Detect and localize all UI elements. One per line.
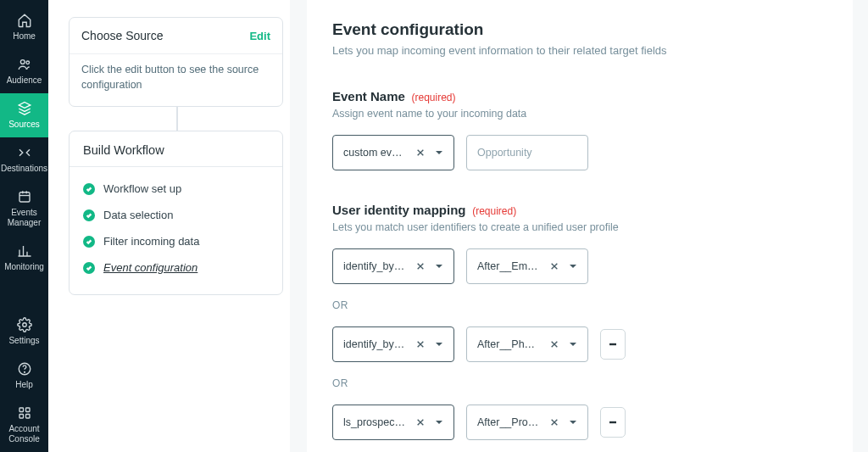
divider <box>70 166 282 167</box>
required-tag: (required) <box>472 205 516 217</box>
user-identity-subtitle: Lets you match user identifiers to creat… <box>332 221 827 233</box>
sidebar-item-sources[interactable]: Sources <box>0 93 48 137</box>
build-workflow-card: Build Workflow Workflow set up Data sele… <box>69 131 283 295</box>
help-icon <box>16 360 33 377</box>
sidebar-item-settings[interactable]: Settings <box>0 310 48 354</box>
chevron-down-icon[interactable] <box>433 147 445 159</box>
svg-point-0 <box>20 60 25 64</box>
sidebar-item-help[interactable]: Help <box>0 354 48 398</box>
sidebar-item-audience[interactable]: Audience <box>0 49 48 93</box>
svg-rect-2 <box>19 193 30 202</box>
sidebar-item-label: Audience <box>7 75 42 86</box>
clear-icon[interactable] <box>548 260 560 272</box>
sidebar-item-label: Events Manager <box>2 208 47 228</box>
svg-point-1 <box>25 61 29 64</box>
sidebar-item-destinations[interactable]: Destinations <box>0 137 48 181</box>
choose-source-card: Choose Source Edit Click the edit button… <box>69 17 283 107</box>
event-name-subtitle: Assign event name to your incoming data <box>332 108 827 120</box>
required-tag: (required) <box>412 92 456 103</box>
clear-icon[interactable] <box>548 416 560 428</box>
sidebar-item-label: Sources <box>8 120 40 130</box>
workflow-step-setup[interactable]: Workflow set up <box>78 176 274 202</box>
select-value: After__Phone <box>477 338 540 350</box>
workflow-title: Build Workflow <box>70 131 282 166</box>
destinations-icon <box>16 144 33 161</box>
svg-point-3 <box>22 323 26 327</box>
remove-row-button[interactable] <box>600 329 626 360</box>
chevron-down-icon[interactable] <box>567 416 579 428</box>
choose-source-title: Choose Source <box>81 29 164 42</box>
check-icon <box>83 262 95 274</box>
select-value: identify_by_phone <box>343 338 406 350</box>
sources-icon <box>16 100 33 117</box>
home-icon <box>16 12 33 29</box>
workflow-step-label: Data selection <box>103 209 173 221</box>
sidebar-item-monitoring[interactable]: Monitoring <box>0 236 48 280</box>
main-scroll[interactable]: Event configuration Lets you map incomin… <box>290 0 868 452</box>
select-value: identify_by_email <box>343 260 406 272</box>
sidebar-item-label: Account Console <box>2 424 47 444</box>
sidebar-item-label: Settings <box>8 336 39 346</box>
clear-icon[interactable] <box>415 260 426 272</box>
clear-icon[interactable] <box>548 338 560 350</box>
event-config-panel: Event configuration Lets you map incomin… <box>307 0 853 452</box>
sidebar-item-events-manager[interactable]: Events Manager <box>0 181 48 236</box>
identity-right-select[interactable]: After__Phone <box>466 326 588 362</box>
svg-rect-9 <box>25 415 30 419</box>
chevron-down-icon[interactable] <box>433 416 445 428</box>
identity-right-select[interactable]: After__ProspectID <box>466 405 588 440</box>
workflow-step-label: Workflow set up <box>103 182 181 195</box>
event-name-section: Event Name (required) Assign event name … <box>332 89 827 170</box>
events-manager-icon <box>16 188 33 205</box>
clear-icon[interactable] <box>415 147 426 159</box>
or-separator: OR <box>332 299 827 311</box>
workflow-step-event-config[interactable]: Event configuration <box>78 254 274 281</box>
svg-rect-8 <box>19 415 24 419</box>
check-icon <box>83 183 95 195</box>
identity-left-select[interactable]: identify_by_email <box>332 248 454 284</box>
svg-point-5 <box>24 371 25 372</box>
page-title: Event configuration <box>332 20 827 39</box>
chevron-down-icon[interactable] <box>433 260 445 272</box>
identity-right-select[interactable]: After__EmailAddress <box>466 248 588 284</box>
event-name-select[interactable]: custom event <box>332 135 454 170</box>
check-icon <box>83 209 95 221</box>
chevron-down-icon[interactable] <box>567 338 579 350</box>
page-subtitle: Lets you map incoming event information … <box>332 44 827 57</box>
clear-icon[interactable] <box>415 338 426 350</box>
svg-rect-6 <box>19 408 24 412</box>
sidebar-item-label: Monitoring <box>4 262 44 272</box>
user-identity-title: User identity mapping <box>332 203 466 217</box>
event-name-input[interactable]: Opportunity <box>466 135 588 170</box>
select-value: ls_prospect_id <box>343 416 406 428</box>
check-icon <box>83 236 95 248</box>
choose-source-body: Click the edit button to see the source … <box>70 53 282 106</box>
sidebar-item-home[interactable]: Home <box>0 5 48 49</box>
app-sidebar: Home Audience Sources Destinations Event… <box>0 0 48 452</box>
remove-row-button[interactable] <box>600 407 626 438</box>
event-name-title: Event Name <box>332 89 405 103</box>
select-value: After__EmailAddress <box>477 260 540 272</box>
chevron-down-icon[interactable] <box>433 338 445 350</box>
sidebar-item-label: Home <box>13 31 36 42</box>
monitoring-icon <box>16 243 33 259</box>
chevron-down-icon[interactable] <box>567 260 579 272</box>
workflow-step-label: Event configuration <box>103 261 198 274</box>
workflow-step-filter[interactable]: Filter incoming data <box>78 228 274 254</box>
workflow-column: Choose Source Edit Click the edit button… <box>48 0 290 452</box>
clear-icon[interactable] <box>415 416 426 428</box>
identity-left-select[interactable]: ls_prospect_id <box>332 405 454 440</box>
select-value: custom event <box>343 147 406 159</box>
gear-icon <box>16 316 33 333</box>
sidebar-item-account-console[interactable]: Account Console <box>0 398 48 452</box>
connector-line <box>176 107 178 131</box>
workflow-step-label: Filter incoming data <box>103 235 199 248</box>
account-console-icon <box>16 405 33 421</box>
input-placeholder: Opportunity <box>477 147 579 159</box>
audience-icon <box>16 56 33 73</box>
identity-left-select[interactable]: identify_by_phone <box>332 326 454 362</box>
svg-rect-7 <box>25 408 30 412</box>
edit-source-link[interactable]: Edit <box>249 30 270 42</box>
workflow-step-data-selection[interactable]: Data selection <box>78 202 274 228</box>
user-identity-section: User identity mapping (required) Lets yo… <box>332 203 827 440</box>
